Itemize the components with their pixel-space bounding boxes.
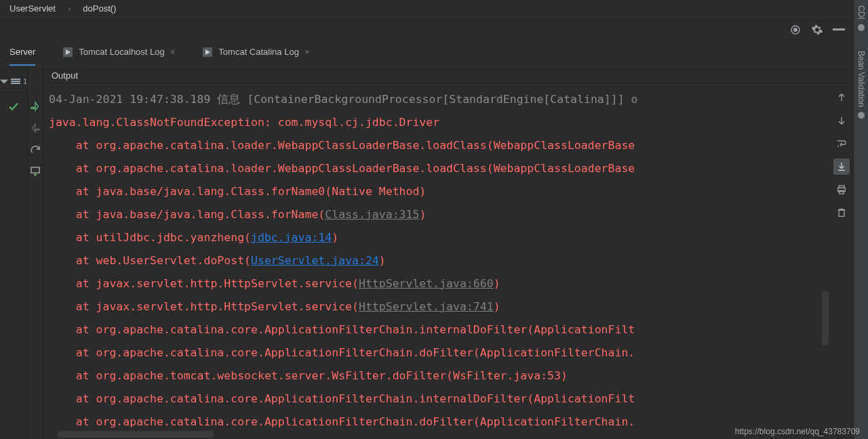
- tab-server[interactable]: Server: [9, 42, 35, 66]
- play-icon: [202, 47, 213, 58]
- rail-item-cdi[interactable]: CDI: [856, 5, 866, 32]
- source-link[interactable]: jdbc.java:14: [251, 231, 332, 244]
- scrollbar-horizontal[interactable]: [58, 431, 214, 438]
- source-link[interactable]: Class.java:315: [325, 208, 419, 221]
- close-icon[interactable]: ×: [304, 47, 310, 57]
- source-link[interactable]: UserServlet.java:24: [251, 254, 379, 267]
- print-icon[interactable]: [833, 182, 850, 198]
- trash-icon[interactable]: [833, 205, 850, 221]
- rail-item-bean-validation[interactable]: Bean Validation: [856, 51, 866, 119]
- play-icon: [62, 47, 73, 58]
- scrollbar-vertical[interactable]: [822, 291, 829, 346]
- run-tabs: Server Tomcat Localhost Log × Tomcat Cat…: [0, 42, 853, 66]
- breadcrumb-class[interactable]: UserServlet: [9, 3, 56, 14]
- scroll-up-icon[interactable]: [833, 89, 850, 106]
- tab-localhost-log[interactable]: Tomcat Localhost Log ×: [62, 42, 175, 66]
- refresh-icon[interactable]: [29, 144, 41, 156]
- target-icon[interactable]: [789, 24, 802, 36]
- breadcrumb-method[interactable]: doPost(): [83, 3, 116, 14]
- svg-marker-12: [33, 174, 37, 177]
- soft-wrap-icon[interactable]: [833, 135, 850, 152]
- tab-label: Tomcat Catalina Log: [218, 47, 299, 57]
- deploy-icon[interactable]: [29, 100, 41, 112]
- output-header: Output: [43, 66, 853, 85]
- chevron-right-icon: ›: [68, 3, 71, 14]
- breadcrumb: UserServlet › doPost(): [0, 0, 853, 18]
- source-link[interactable]: HttpServlet.java:741: [359, 300, 494, 313]
- svg-rect-21: [839, 210, 844, 216]
- run-toolbar: [0, 18, 853, 42]
- run-gutter: 1: [0, 66, 43, 439]
- collapse-icon[interactable]: [0, 77, 8, 85]
- svg-rect-8: [11, 79, 20, 80]
- tab-label: Tomcat Localhost Log: [79, 47, 164, 57]
- output-label: Output: [52, 70, 78, 81]
- undeploy-icon[interactable]: [29, 122, 41, 134]
- gear-icon[interactable]: [811, 24, 823, 36]
- svg-rect-11: [31, 167, 39, 173]
- tab-label: Server: [9, 47, 35, 57]
- svg-rect-9: [11, 81, 20, 82]
- svg-point-22: [858, 24, 865, 31]
- thread-count: 1: [23, 77, 27, 85]
- right-tool-rail: CDI Bean Validation: [853, 0, 868, 439]
- console-output[interactable]: 04-Jan-2021 19:47:38.189 信息 [ContainerBa…: [43, 85, 830, 439]
- svg-rect-10: [11, 83, 20, 84]
- scroll-down-icon[interactable]: [833, 112, 850, 129]
- svg-point-23: [858, 112, 865, 119]
- minimize-icon[interactable]: [833, 24, 845, 36]
- svg-rect-2: [833, 28, 845, 30]
- svg-marker-7: [0, 79, 8, 83]
- svg-point-1: [794, 28, 797, 31]
- check-icon: [7, 100, 20, 112]
- threads-icon: [11, 78, 20, 85]
- download-icon[interactable]: [29, 165, 41, 177]
- source-link[interactable]: HttpServlet.java:660: [359, 277, 494, 290]
- close-icon[interactable]: ×: [170, 47, 176, 57]
- tab-catalina-log[interactable]: Tomcat Catalina Log ×: [202, 42, 309, 66]
- console-actions: [830, 85, 853, 439]
- scroll-to-end-icon[interactable]: [833, 159, 850, 175]
